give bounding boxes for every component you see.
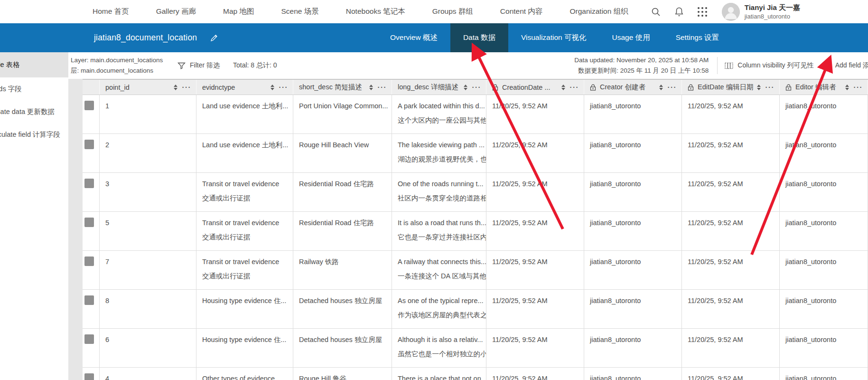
sort-icon[interactable] (845, 85, 849, 90)
column-menu-icon[interactable]: ··· (570, 84, 579, 91)
cell-creator[interactable]: jiatian8_utoronto (584, 251, 682, 289)
column-header-editor[interactable]: Editor 编辑者··· (780, 80, 868, 95)
tab-usage[interactable]: Usage 使用 (599, 23, 663, 52)
nav-content[interactable]: Content 内容 (500, 7, 543, 17)
row-checkbox[interactable] (84, 334, 94, 344)
sort-icon[interactable] (659, 85, 663, 90)
column-header-long_desc[interactable]: long_desc 详细描述··· (392, 80, 486, 95)
sort-icon[interactable] (174, 85, 177, 90)
cell-point_id[interactable]: 1 (100, 95, 196, 133)
search-icon[interactable] (651, 7, 661, 17)
sort-icon[interactable] (464, 85, 467, 90)
cell-point_id[interactable]: 3 (100, 173, 196, 211)
cell-creation_date[interactable]: 11/20/25, 9:52 AM (486, 290, 584, 328)
cell-short_desc[interactable]: Residential Road 住宅路 (293, 173, 392, 211)
cell-long_desc[interactable]: Although it is also a relativ...虽然它也是一个相… (392, 329, 486, 367)
cell-edit_date[interactable]: 11/20/25, 9:52 AM (682, 368, 780, 380)
cell-editor[interactable]: jiatian8_utoronto (780, 95, 868, 133)
tab-settings[interactable]: Settings 设置 (663, 23, 732, 52)
cell-point_id[interactable]: 5 (100, 212, 196, 250)
sort-icon[interactable] (369, 85, 373, 90)
column-menu-icon[interactable]: ··· (182, 84, 192, 91)
row-checkbox[interactable] (84, 256, 94, 266)
notifications-bell-icon[interactable] (674, 7, 684, 17)
cell-long_desc[interactable]: A railway that connects this...一条连接这个 DA… (392, 251, 486, 289)
cell-long_desc[interactable]: There is a place that not on... (392, 368, 486, 380)
cell-evidnctype[interactable]: Other types of evidence ... (196, 368, 293, 380)
cell-short_desc[interactable]: Port Union Vilage Common... (293, 95, 392, 133)
cell-creator[interactable]: jiatian8_utoronto (584, 95, 682, 133)
cell-editor[interactable]: jiatian8_utoronto (780, 173, 868, 211)
edit-title-pencil-icon[interactable] (210, 34, 218, 42)
cell-point_id[interactable]: 6 (100, 329, 196, 367)
column-menu-icon[interactable]: ··· (472, 84, 482, 91)
nav-groups[interactable]: Groups 群组 (432, 7, 473, 17)
cell-edit_date[interactable]: 11/20/25, 9:52 AM (682, 251, 780, 289)
cell-long_desc[interactable]: The lakeside viewing path ...湖边的观景步道视野优美… (392, 134, 486, 172)
nav-home[interactable]: Home 首页 (93, 7, 129, 17)
cell-editor[interactable]: jiatian8_utoronto (780, 212, 868, 250)
cell-editor[interactable]: jiatian8_utoronto (780, 329, 868, 367)
cell-point_id[interactable]: 7 (100, 251, 196, 289)
column-header-short_desc[interactable]: short_desc 简短描述··· (293, 80, 392, 95)
cell-point_id[interactable]: 8 (100, 290, 196, 328)
cell-long_desc[interactable]: A park located within this d...这个大区内的一座公… (392, 95, 486, 133)
tab-overview[interactable]: Overview 概述 (377, 23, 450, 52)
cell-creator[interactable]: jiatian8_utoronto (584, 290, 682, 328)
sidebar-item-calculate-field[interactable]: Calculate field 计算字段 (0, 123, 68, 146)
column-visibility-button[interactable]: Column visibility 列可见性 (725, 61, 813, 70)
cell-creation_date[interactable]: 11/20/25, 9:52 AM (486, 134, 584, 172)
cell-edit_date[interactable]: 11/20/25, 9:52 AM (682, 95, 780, 133)
cell-short_desc[interactable]: Rouge Hill 鲁谷 (293, 368, 392, 380)
user-menu[interactable]: Tianyi Jia 天一嘉 jiatian8_utoronto (722, 3, 800, 21)
cell-editor[interactable]: jiatian8_utoronto (780, 368, 868, 380)
cell-evidnctype[interactable]: Housing type evidence 住... (196, 329, 293, 367)
column-header-evidnctype[interactable]: evidnctype··· (196, 80, 293, 95)
nav-gallery[interactable]: Gallery 画廊 (156, 7, 196, 17)
cell-edit_date[interactable]: 11/20/25, 9:52 AM (682, 134, 780, 172)
cell-evidnctype[interactable]: Land use evidence 土地利... (196, 95, 293, 133)
row-checkbox[interactable] (84, 373, 94, 380)
app-launcher-icon[interactable] (698, 7, 708, 17)
cell-evidnctype[interactable]: Transit or travel evidence交通或出行证据 (196, 173, 293, 211)
row-checkbox[interactable] (84, 140, 94, 149)
cell-evidnctype[interactable]: Transit or travel evidence交通或出行证据 (196, 251, 293, 289)
column-menu-icon[interactable]: ··· (378, 84, 387, 91)
cell-edit_date[interactable]: 11/20/25, 9:52 AM (682, 173, 780, 211)
cell-short_desc[interactable]: Rouge Hill Beach View (293, 134, 392, 172)
nav-notebooks[interactable]: Notebooks 笔记本 (346, 7, 405, 17)
cell-editor[interactable]: jiatian8_utoronto (780, 134, 868, 172)
cell-creation_date[interactable]: 11/20/25, 9:52 AM (486, 329, 584, 367)
row-checkbox[interactable] (84, 218, 94, 227)
cell-editor[interactable]: jiatian8_utoronto (780, 251, 868, 289)
column-header-creator[interactable]: Creator 创建者··· (584, 80, 682, 95)
row-checkbox[interactable] (84, 101, 94, 110)
nav-organization[interactable]: Organization 组织 (569, 7, 628, 17)
column-header-edit_date[interactable]: EditDate 编辑日期··· (682, 80, 780, 95)
column-menu-icon[interactable]: ··· (668, 84, 677, 91)
sort-icon[interactable] (561, 85, 565, 90)
nav-map[interactable]: Map 地图 (223, 7, 254, 17)
sidebar-item-fields[interactable]: Fields 字段 (0, 77, 68, 100)
cell-evidnctype[interactable]: Land use evidence 土地利... (196, 134, 293, 172)
add-field-button[interactable]: + Add field 添加字段 (826, 61, 868, 70)
cell-creator[interactable]: jiatian8_utoronto (584, 368, 682, 380)
cell-creation_date[interactable]: 11/20/25, 9:52 AM (486, 173, 584, 211)
cell-long_desc[interactable]: As one of the typical repre...作为该地区房屋的典型… (392, 290, 486, 328)
cell-creation_date[interactable]: 11/20/25, 9:52 AM (486, 251, 584, 289)
cell-edit_date[interactable]: 11/20/25, 9:52 AM (682, 212, 780, 250)
cell-point_id[interactable]: 2 (100, 134, 196, 172)
tab-visualization[interactable]: Visualization 可视化 (508, 23, 599, 52)
sort-icon[interactable] (271, 85, 274, 90)
sort-icon[interactable] (757, 85, 761, 90)
row-checkbox[interactable] (84, 179, 94, 188)
cell-long_desc[interactable]: It is also a road that runs th...它也是一条穿过… (392, 212, 486, 250)
cell-long_desc[interactable]: One of the roads running t...社区内一条贯穿全境的道… (392, 173, 486, 211)
tab-data[interactable]: Data 数据 (450, 23, 508, 52)
cell-creation_date[interactable]: 11/20/25, 9:52 AM (486, 368, 584, 380)
cell-creator[interactable]: jiatian8_utoronto (584, 173, 682, 211)
cell-creation_date[interactable]: 11/20/25, 9:52 AM (486, 212, 584, 250)
cell-short_desc[interactable]: Detached houses 独立房屋 (293, 290, 392, 328)
cell-creator[interactable]: jiatian8_utoronto (584, 134, 682, 172)
row-checkbox[interactable] (84, 295, 94, 305)
